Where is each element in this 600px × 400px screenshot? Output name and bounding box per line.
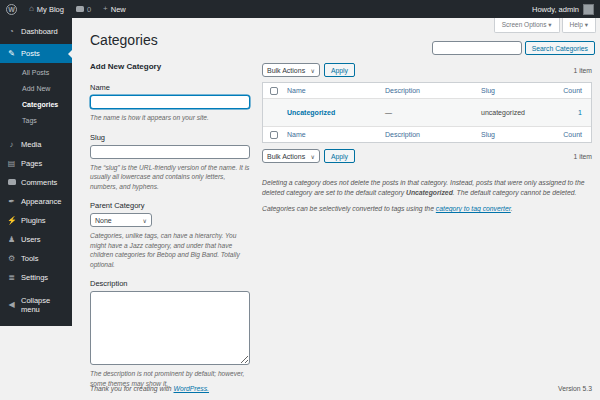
select-all-checkbox[interactable] [270, 131, 278, 139]
column-footer-count[interactable]: Count [563, 131, 582, 138]
items-count-bottom: 1 item [573, 153, 592, 160]
bulk-actions-select-top[interactable]: Bulk Actions ∨ [262, 63, 320, 77]
sidebar-item-pages[interactable]: ▤ Pages [0, 154, 72, 173]
comment-bubble-icon [76, 6, 84, 12]
search-categories-button[interactable]: Search Categories [525, 41, 595, 55]
parent-category-select[interactable]: None ∨ [90, 213, 152, 227]
site-name-label: My Blog [37, 5, 64, 14]
sidebar-item-comments[interactable]: Comments [0, 173, 72, 192]
table-row: Uncategorized — uncategorized 1 [263, 99, 591, 126]
form-heading: Add New Category [90, 62, 252, 71]
column-footer-name[interactable]: Name [287, 131, 306, 138]
site-name-menu[interactable]: ⌂ My Blog [23, 0, 70, 18]
submenu-item-add-new[interactable]: Add New [0, 81, 72, 97]
category-to-tag-converter-link[interactable]: category to tag converter [436, 205, 511, 212]
settings-sliders-icon: ≣ [7, 273, 16, 282]
submenu-item-tags[interactable]: Tags [0, 113, 72, 129]
bulk-actions-select-bottom[interactable]: Bulk Actions ∨ [262, 149, 320, 163]
new-content-menu[interactable]: + New [97, 0, 132, 18]
category-count-link[interactable]: 1 [578, 109, 582, 116]
help-button[interactable]: Help ▾ [562, 18, 596, 33]
sidebar-item-appearance[interactable]: ✒ Appearance [0, 192, 72, 211]
column-header-slug[interactable]: Slug [481, 87, 495, 94]
parent-category-value: None [95, 217, 112, 224]
category-name-input[interactable] [90, 95, 250, 109]
chevron-down-icon: ∨ [143, 217, 147, 224]
select-all-checkbox[interactable] [270, 87, 278, 95]
chevron-down-icon: ∨ [311, 153, 315, 160]
sidebar-item-posts[interactable]: ✎ Posts [0, 44, 72, 63]
sidebar-item-users[interactable]: ♟ Users [0, 230, 72, 249]
sidebar-item-label: Tools [21, 254, 39, 263]
pages-icon: ▤ [7, 159, 16, 168]
admin-bar: W ⌂ My Blog 0 + New Howdy, admin [0, 0, 600, 18]
comments-count: 0 [87, 5, 91, 14]
sidebar-item-label: Appearance [21, 197, 61, 206]
sidebar-item-label: Pages [21, 159, 42, 168]
sidebar-item-tools[interactable]: ⚙ Tools [0, 249, 72, 268]
plugin-icon: ⚡ [7, 216, 16, 225]
tools-icon: ⚙ [7, 254, 16, 263]
page-title: Categories [90, 32, 158, 48]
sidebar-item-label: Posts [21, 49, 40, 58]
dashboard-icon: ◔ [7, 27, 16, 36]
pushpin-icon: ✎ [7, 49, 16, 58]
collapse-arrow-icon: ◀ [7, 300, 16, 309]
column-header-description[interactable]: Description [385, 87, 420, 94]
category-name-link[interactable]: Uncategorized [287, 109, 335, 116]
plus-icon: + [103, 5, 108, 13]
category-notes: Deleting a category does not delete the … [262, 178, 592, 215]
bulk-actions-value: Bulk Actions [267, 67, 305, 74]
chevron-down-icon: ∨ [311, 67, 315, 74]
slug-help-text: The “slug” is the URL-friendly version o… [90, 163, 252, 192]
column-footer-description[interactable]: Description [385, 131, 420, 138]
categories-table-section: Bulk Actions ∨ Apply 1 item Name Descrip… [262, 62, 592, 221]
category-slug-input[interactable] [90, 145, 250, 159]
new-label: New [111, 5, 126, 14]
media-icon: ♪ [7, 140, 16, 149]
search-input[interactable] [432, 41, 522, 55]
category-slug-cell: uncategorized [481, 109, 525, 116]
howdy-admin-menu[interactable]: Howdy, admin [532, 5, 579, 14]
sidebar-item-label: Plugins [21, 216, 46, 225]
sidebar-item-dashboard[interactable]: ◔ Dashboard [0, 22, 72, 41]
categories-table: Name Description Slug Count Uncategorize… [262, 82, 592, 143]
submenu-item-categories[interactable]: Categories [0, 97, 72, 113]
delete-note: Deleting a category does not delete the … [262, 178, 592, 198]
apply-button-bottom[interactable]: Apply [324, 149, 355, 163]
collapse-menu-button[interactable]: ◀ Collapse menu [0, 295, 72, 314]
sidebar-item-label: Settings [21, 273, 48, 282]
screen-options-button[interactable]: Screen Options ▾ [494, 18, 560, 33]
description-label: Description [90, 279, 252, 288]
admin-sidebar: ◔ Dashboard ✎ Posts All Posts Add New Ca… [0, 18, 72, 326]
category-description-cell: — [385, 109, 392, 116]
search-box: Search Categories [432, 41, 595, 55]
column-header-name[interactable]: Name [287, 87, 306, 94]
sidebar-item-label: Users [21, 235, 41, 244]
apply-button-top[interactable]: Apply [324, 63, 355, 77]
name-label: Name [90, 83, 252, 92]
wp-logo-menu[interactable]: W [0, 0, 23, 18]
column-header-count[interactable]: Count [563, 87, 582, 94]
submenu-item-all-posts[interactable]: All Posts [0, 65, 72, 81]
tablenav-bottom: Bulk Actions ∨ Apply 1 item [262, 148, 592, 164]
appearance-brush-icon: ✒ [7, 197, 16, 206]
name-help-text: The name is how it appears on your site. [90, 113, 252, 123]
sidebar-item-label: Comments [21, 178, 57, 187]
sidebar-item-media[interactable]: ♪ Media [0, 135, 72, 154]
table-footer-row: Name Description Slug Count [263, 126, 591, 142]
column-footer-slug[interactable]: Slug [481, 131, 495, 138]
sidebar-item-label: Dashboard [21, 27, 58, 36]
admin-footer: Thank you for creating with WordPress. V… [90, 385, 592, 392]
user-avatar[interactable] [583, 4, 594, 15]
table-header-row: Name Description Slug Count [263, 83, 591, 99]
comments-menu[interactable]: 0 [70, 0, 97, 18]
sidebar-item-plugins[interactable]: ⚡ Plugins [0, 211, 72, 230]
wordpress-link[interactable]: WordPress. [174, 385, 210, 392]
sidebar-item-settings[interactable]: ≣ Settings [0, 268, 72, 287]
slug-label: Slug [90, 133, 252, 142]
add-category-form: Add New Category Name The name is how it… [90, 62, 252, 400]
category-description-textarea[interactable] [90, 291, 250, 365]
sidebar-item-label: Collapse menu [21, 296, 65, 314]
bulk-actions-value: Bulk Actions [267, 153, 305, 160]
